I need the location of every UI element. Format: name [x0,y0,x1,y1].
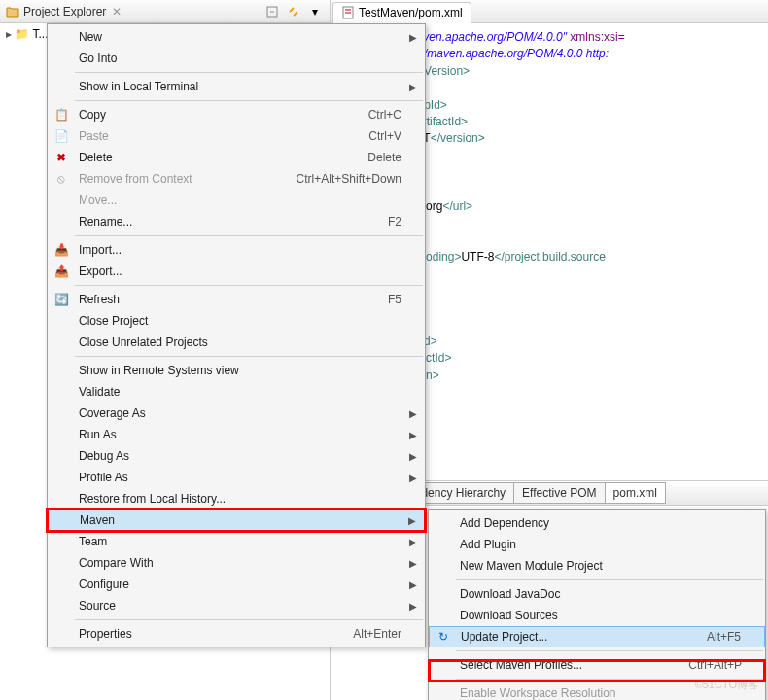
close-icon[interactable]: ✕ [112,5,122,18]
project-folder-icon: 📁 [15,27,32,41]
menu-paste: 📄PasteCtrl+V [48,125,425,147]
submenu-update-project[interactable]: ↻Update Project...Alt+F5 [429,626,765,648]
menu-show-terminal[interactable]: Show in Local Terminal▶ [48,76,425,97]
menu-dropdown-icon[interactable]: ▾ [306,3,324,20]
maven-submenu: Add Dependency Add Plugin New Maven Modu… [428,509,766,700]
tab-effective-pom[interactable]: Effective POM [513,482,605,504]
submenu-add-plugin[interactable]: Add Plugin [429,534,765,555]
menu-source[interactable]: Source▶ [48,595,425,616]
refresh-icon: 🔄 [53,292,69,307]
submenu-select-profiles[interactable]: Select Maven Profiles...Ctrl+Alt+P [429,654,765,676]
menu-team[interactable]: Team▶ [48,531,425,552]
folder-icon [6,5,19,18]
tab-pomxml[interactable]: pom.xml [605,482,666,504]
menu-separator [75,356,423,357]
import-icon: 📥 [53,242,69,258]
menu-separator [456,650,763,651]
menu-validate[interactable]: Validate [48,381,425,402]
editor-tab-title: TestMaven/pom.xml [359,6,463,19]
menu-separator [75,619,423,620]
menu-restore-history[interactable]: Restore from Local History... [48,488,425,509]
explorer-toolbar: ▾ [263,3,324,20]
export-icon: 📤 [53,263,69,279]
menu-properties[interactable]: PropertiesAlt+Enter [48,623,425,645]
menu-coverage-as[interactable]: Coverage As▶ [48,402,425,424]
delete-icon: ✖ [53,150,69,165]
menu-remove-context: ⦸Remove from ContextCtrl+Alt+Shift+Down [48,168,425,190]
menu-compare-with[interactable]: Compare With▶ [48,552,425,574]
editor-tab-pom[interactable]: TestMaven/pom.xml [332,2,471,23]
explorer-title: Project Explorer [23,5,106,18]
maven-file-icon [341,6,355,19]
remove-icon: ⦸ [53,171,69,187]
update-icon: ↻ [436,629,451,645]
menu-gointo[interactable]: Go Into [48,48,425,69]
menu-import[interactable]: 📥Import... [48,239,425,261]
menu-delete[interactable]: ✖DeleteDelete [48,147,425,168]
submenu-add-dependency[interactable]: Add Dependency [429,512,765,534]
copy-icon: 📋 [53,107,69,122]
submenu-download-sources[interactable]: Download Sources [429,605,765,626]
menu-separator [75,100,423,101]
menu-close-project[interactable]: Close Project [48,310,425,332]
collapse-all-icon[interactable] [263,3,281,20]
paste-icon: 📄 [53,128,69,144]
menu-run-as[interactable]: Run As▶ [48,424,425,445]
menu-copy[interactable]: 📋CopyCtrl+C [48,104,425,125]
menu-profile-as[interactable]: Profile As▶ [48,467,425,488]
submenu-download-javadoc[interactable]: Download JavaDoc [429,583,765,605]
menu-configure[interactable]: Configure▶ [48,574,425,595]
menu-remote-systems[interactable]: Show in Remote Systems view [48,360,425,381]
explorer-tab-bar: Project Explorer ✕ ▾ [0,0,330,23]
menu-new[interactable]: New▶ [48,26,425,48]
link-editor-icon[interactable] [285,3,302,20]
menu-separator [456,579,763,580]
tree-expand-icon[interactable]: ▸ [6,27,15,41]
menu-rename[interactable]: Rename...F2 [48,211,425,232]
submenu-new-module[interactable]: New Maven Module Project [429,555,765,577]
editor-tab-bar: TestMaven/pom.xml [331,0,768,23]
menu-maven[interactable]: Maven▶ [48,509,425,531]
menu-separator [75,285,423,286]
menu-export[interactable]: 📤Export... [48,261,425,282]
menu-move: Move... [48,190,425,211]
context-menu: New▶ Go Into Show in Local Terminal▶ 📋Co… [47,23,426,648]
menu-refresh[interactable]: 🔄RefreshF5 [48,289,425,310]
menu-close-unrelated[interactable]: Close Unrelated Projects [48,332,425,353]
menu-debug-as[interactable]: Debug As▶ [48,445,425,467]
menu-separator [75,72,423,73]
menu-separator [75,235,423,236]
watermark: ©51CTO博客 [695,678,758,692]
